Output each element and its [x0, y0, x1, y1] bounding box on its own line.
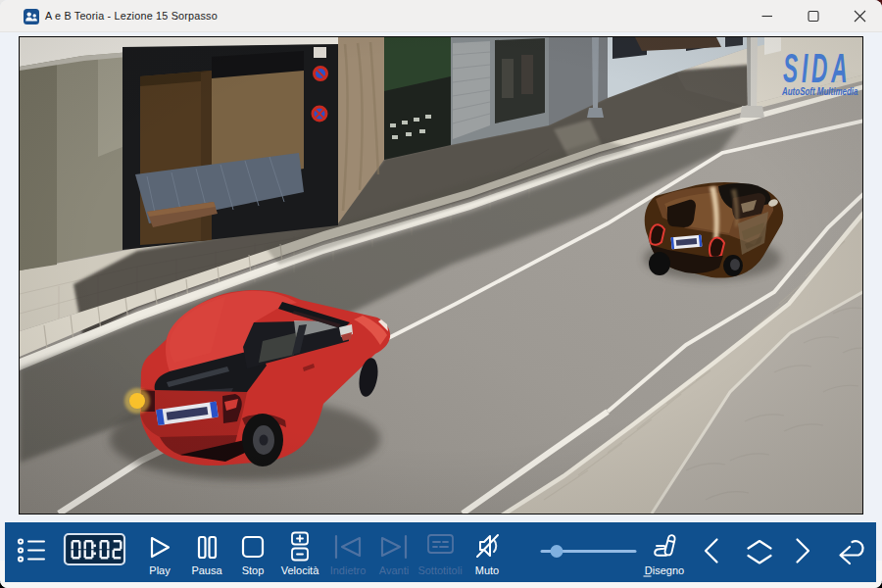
svg-text:Avanti: Avanti — [379, 564, 409, 576]
svg-text:Stop: Stop — [242, 564, 265, 576]
svg-text:Muto: Muto — [475, 564, 499, 576]
svg-text:Sottotitoli: Sottotitoli — [417, 564, 462, 576]
svg-text:Play: Play — [149, 564, 171, 576]
svg-text:Pausa: Pausa — [191, 564, 222, 576]
svg-text:Velocità: Velocità — [281, 564, 319, 576]
svg-text:Indietro: Indietro — [330, 564, 367, 576]
svg-text:Disegno: Disegno — [645, 564, 684, 576]
